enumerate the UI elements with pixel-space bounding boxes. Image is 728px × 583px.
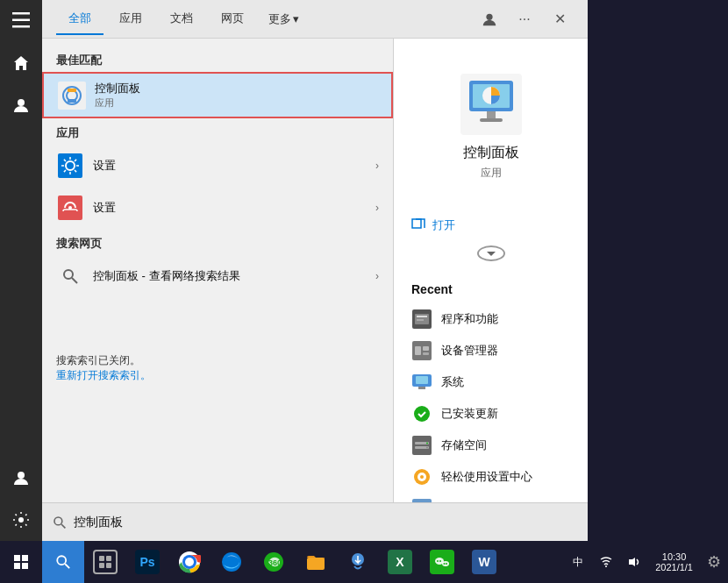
settings2-icon xyxy=(56,194,84,222)
svg-rect-35 xyxy=(416,376,428,384)
search-notice-area: 搜索索引已关闭。 重新打开搜索索引。 xyxy=(42,297,393,394)
tab-apps[interactable]: 应用 xyxy=(107,4,154,35)
volume-icon[interactable] xyxy=(620,541,648,583)
photoshop-icon[interactable]: Ps xyxy=(126,541,168,583)
web-label: 搜索网页 xyxy=(42,229,393,255)
svg-rect-57 xyxy=(106,556,111,561)
tabs-bar: 全部 应用 文档 网页 更多 ▾ ··· ✕ xyxy=(42,0,588,39)
svg-point-74 xyxy=(444,563,446,565)
excel-icon[interactable]: X xyxy=(379,541,421,583)
svg-point-36 xyxy=(414,406,430,422)
recent-item-1[interactable]: 设备管理器 xyxy=(411,335,570,366)
web-search-item[interactable]: 控制面板 - 查看网络搜索结果 › xyxy=(42,255,393,297)
recent-item-5[interactable]: 轻松使用设置中心 xyxy=(411,461,570,493)
task-view-icon[interactable] xyxy=(84,541,126,583)
open-action[interactable]: 打开 xyxy=(411,212,455,238)
expand-button[interactable] xyxy=(477,245,505,261)
svg-rect-1 xyxy=(12,19,30,22)
chrome-icon[interactable] xyxy=(168,541,211,583)
tab-all[interactable]: 全部 xyxy=(56,4,103,35)
tab-more[interactable]: 更多 ▾ xyxy=(260,4,308,34)
best-match-label: 最佳匹配 xyxy=(42,46,393,72)
more-options-icon[interactable]: ··· xyxy=(510,5,539,33)
svg-rect-23 xyxy=(480,118,503,122)
svg-point-76 xyxy=(605,565,607,567)
svg-point-54 xyxy=(57,556,66,565)
reopen-search-link[interactable]: 重新打开搜索索引。 xyxy=(56,369,151,381)
sidebar-user[interactable] xyxy=(0,84,42,126)
close-icon[interactable]: ✕ xyxy=(546,5,574,33)
svg-rect-34 xyxy=(418,387,425,389)
gear-icon[interactable]: ⚙ xyxy=(700,541,728,583)
arrow-icon-2: › xyxy=(375,202,379,214)
svg-rect-27 xyxy=(417,316,427,317)
best-match-item[interactable]: 控制面板 应用 xyxy=(42,72,393,118)
sidebar-person[interactable] xyxy=(0,457,42,499)
svg-point-63 xyxy=(222,552,241,572)
network-icon[interactable] xyxy=(592,541,620,583)
tab-docs[interactable]: 文档 xyxy=(158,4,205,35)
svg-rect-53 xyxy=(22,563,28,569)
taskbar: Ps xyxy=(0,541,728,583)
best-match-text: 控制面板 应用 xyxy=(95,81,377,110)
edge-icon[interactable] xyxy=(211,541,253,583)
svg-line-49 xyxy=(61,524,65,528)
svg-rect-2 xyxy=(12,25,30,28)
file-manager-icon[interactable] xyxy=(295,541,337,583)
recent-item-2[interactable]: 系统 xyxy=(411,366,570,398)
svg-rect-56 xyxy=(99,556,104,561)
main-content: 最佳匹配 控制面板 应用 应用 xyxy=(42,39,588,502)
detail-subtitle: 应用 xyxy=(411,166,570,181)
control-panel-icon xyxy=(58,82,86,110)
search-panel: 全部 应用 文档 网页 更多 ▾ ··· ✕ 最佳匹配 xyxy=(42,0,588,541)
svg-point-62 xyxy=(185,558,194,566)
svg-rect-52 xyxy=(14,563,20,569)
user-icon[interactable] xyxy=(475,5,503,33)
svg-rect-11 xyxy=(68,99,76,103)
recent-item-5-text: 轻松使用设置中心 xyxy=(441,469,532,485)
svg-point-3 xyxy=(18,99,25,106)
svg-rect-24 xyxy=(412,219,421,228)
sidebar-settings[interactable] xyxy=(0,499,42,541)
svg-line-17 xyxy=(72,278,77,283)
updates-icon xyxy=(411,403,432,424)
recent-label: Recent xyxy=(411,282,453,296)
svg-rect-28 xyxy=(417,319,424,321)
start-button[interactable] xyxy=(0,541,42,583)
taskbar-search-button[interactable] xyxy=(42,541,84,583)
app-settings1-title: 设置 xyxy=(93,158,375,174)
taskbar-clock[interactable]: 10:30 2021/1/1 xyxy=(648,551,700,572)
programs-icon xyxy=(411,309,432,330)
recent-item-0[interactable]: 程序和功能 xyxy=(411,303,570,335)
recent-item-3[interactable]: 已安装更新 xyxy=(411,398,570,430)
svg-rect-10 xyxy=(68,89,76,92)
recent-item-4[interactable]: 存储空间 xyxy=(411,430,570,461)
sidebar-home[interactable] xyxy=(0,42,42,84)
app-settings-2[interactable]: 设置 › xyxy=(42,187,393,229)
svg-rect-37 xyxy=(412,436,432,455)
recent-item-3-text: 已安装更新 xyxy=(441,406,498,422)
recent-item-6[interactable]: 疑难解答 xyxy=(411,493,570,502)
recent-item-0-text: 程序和功能 xyxy=(441,311,498,327)
search-bar-icon xyxy=(53,515,67,530)
wechat-icon[interactable] xyxy=(421,541,463,583)
qqdownload-icon[interactable] xyxy=(337,541,379,583)
detail-title: 控制面板 xyxy=(411,144,570,162)
language-icon[interactable]: 中 xyxy=(564,541,592,583)
tab-web[interactable]: 网页 xyxy=(209,4,256,35)
chevron-down-icon: ▾ xyxy=(293,12,299,25)
apps-label: 应用 xyxy=(42,118,393,145)
search-input[interactable] xyxy=(74,515,577,530)
svg-rect-31 xyxy=(423,346,429,351)
sidebar-menu[interactable] xyxy=(0,0,42,42)
left-list: 最佳匹配 控制面板 应用 应用 xyxy=(42,39,393,502)
svg-rect-51 xyxy=(22,555,28,561)
svg-point-48 xyxy=(54,517,62,525)
svg-point-41 xyxy=(426,447,428,449)
svg-rect-0 xyxy=(12,12,30,15)
sidebar xyxy=(0,0,42,541)
svg-rect-30 xyxy=(415,346,421,355)
word-icon[interactable]: W xyxy=(463,541,505,583)
app-settings-1[interactable]: 设置 › xyxy=(42,145,393,187)
ie-icon[interactable]: 360 xyxy=(253,541,295,583)
